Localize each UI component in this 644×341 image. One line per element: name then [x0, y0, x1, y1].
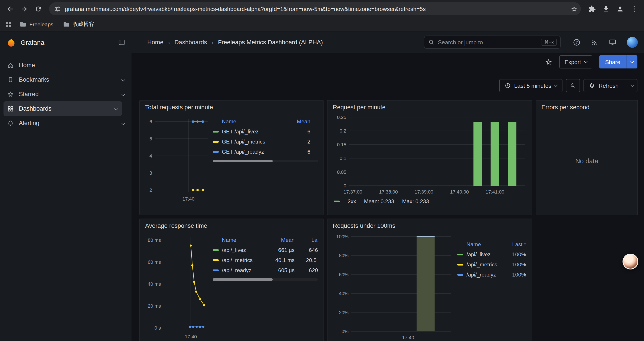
sidebar-item-bookmarks[interactable]: Bookmarks: [0, 72, 132, 87]
apps-icon: [7, 105, 14, 112]
zoom-out-button[interactable]: [566, 79, 580, 92]
legend-row[interactable]: /api/_livez661 µs646 µs: [212, 245, 318, 255]
breadcrumb-item[interactable]: Dashboards: [174, 39, 207, 46]
panel-average-response-time: Average response time 80 ms60 ms40 ms20 …: [140, 219, 324, 341]
legend-header[interactable]: Last *: [294, 237, 318, 243]
assistant-avatar-overlay[interactable]: [622, 254, 638, 269]
home-icon: [7, 62, 14, 69]
forward-icon[interactable]: [18, 2, 31, 15]
refresh-interval-button[interactable]: [627, 80, 637, 92]
svg-text:?: ?: [576, 40, 578, 44]
extensions-icon[interactable]: [585, 2, 598, 15]
chevron-down-icon[interactable]: [122, 120, 124, 126]
svg-text:0.05: 0.05: [337, 169, 346, 175]
downloads-icon[interactable]: [599, 2, 612, 15]
breadcrumb-item[interactable]: Freeleaps Metrics Dashboard (ALPHA): [218, 39, 323, 46]
dock-sidebar-icon[interactable]: [118, 38, 126, 46]
site-settings-icon[interactable]: [54, 6, 61, 12]
svg-text:17:37:00: 17:37:00: [344, 189, 362, 195]
search-box[interactable]: ⌘+k: [424, 36, 561, 49]
panel-grid: Total requests per minute 6543217:40 Nam…: [140, 100, 638, 341]
total-requests-chart[interactable]: 6543217:40: [144, 114, 210, 209]
user-avatar[interactable]: [627, 37, 638, 48]
svg-text:0.1: 0.1: [340, 156, 346, 161]
legend-header[interactable]: Last *: [506, 241, 526, 247]
legend-row[interactable]: GET /api/_readyz6: [212, 147, 318, 157]
panel-title[interactable]: Errors per second: [536, 101, 638, 114]
legend-row[interactable]: /api/_metrics40.1 ms20.5 ms: [212, 255, 318, 265]
dashboard-actions: Export Share: [140, 53, 638, 71]
legend-header[interactable]: Name: [222, 118, 288, 124]
panel-title[interactable]: Average response time: [140, 219, 323, 232]
share-label[interactable]: Share: [600, 55, 626, 69]
rss-icon[interactable]: [591, 38, 598, 46]
requests-under-100ms-chart[interactable]: 100%80%60%40%20%0%17:40: [332, 232, 454, 341]
legend-header[interactable]: Mean: [269, 237, 294, 243]
bookmark-item[interactable]: Freeleaps: [16, 19, 57, 30]
url-text: grafana.mathmast.com/d/deytv4rwavabkb/fr…: [65, 6, 567, 12]
export-button[interactable]: Export: [559, 55, 592, 69]
series-label[interactable]: 2xx: [348, 198, 356, 204]
legend-row[interactable]: /api/_metrics100%: [457, 259, 528, 269]
chevron-down-icon[interactable]: [115, 105, 118, 112]
sidebar-item-home[interactable]: Home: [0, 58, 132, 72]
svg-text:17:40:00: 17:40:00: [450, 189, 469, 195]
legend-row[interactable]: GET /api/_metrics2: [212, 137, 318, 147]
svg-text:40%: 40%: [339, 291, 348, 296]
request-per-minute-chart[interactable]: 0.250.20.150.10.05017:37:0017:38:0017:39…: [332, 114, 528, 197]
legend-row[interactable]: /api/_readyz100%: [457, 269, 528, 279]
svg-text:0.25: 0.25: [337, 115, 346, 120]
refresh-button[interactable]: Refresh: [584, 79, 638, 92]
bookmark-star-icon[interactable]: [571, 6, 577, 12]
sidebar-item-starred[interactable]: Starred: [0, 87, 132, 101]
panel-title[interactable]: Requests under 100ms: [328, 219, 532, 232]
series-swatch: [212, 151, 219, 153]
monitor-icon[interactable]: [609, 38, 616, 46]
scrollbar-thumb[interactable]: [212, 278, 273, 281]
search-input[interactable]: [438, 39, 538, 46]
panel-title[interactable]: Request per minute: [328, 101, 532, 114]
legend-row[interactable]: /api/_readyz605 µs620 µs: [212, 265, 318, 275]
sidebar-item-alerting[interactable]: Alerting: [0, 116, 132, 130]
reload-icon[interactable]: [32, 2, 45, 15]
app-body: HomeBookmarksStarredDashboardsAlerting E…: [0, 53, 644, 341]
time-range-label: Last 5 minutes: [514, 82, 551, 89]
chevron-down-icon[interactable]: [122, 76, 124, 83]
sidebar-item-dashboards[interactable]: Dashboards: [4, 101, 122, 116]
legend-header[interactable]: Name: [466, 241, 506, 247]
share-button[interactable]: Share: [600, 55, 638, 69]
chevron-down-icon[interactable]: [122, 91, 124, 97]
apps-grid-icon[interactable]: [5, 21, 12, 28]
refresh-label: Refresh: [599, 82, 618, 89]
help-icon[interactable]: ?: [573, 38, 580, 46]
share-menu-button[interactable]: [626, 55, 638, 69]
time-range-picker[interactable]: Last 5 minutes: [499, 79, 563, 92]
svg-text:0%: 0%: [342, 329, 348, 334]
svg-text:20 ms: 20 ms: [148, 303, 161, 309]
legend-scrollbar[interactable]: [212, 160, 318, 162]
bookmark-item[interactable]: 收藏博客: [60, 19, 98, 30]
bookmarks-bar: Freeleaps收藏博客: [0, 18, 644, 32]
refresh-main[interactable]: Refresh: [584, 80, 624, 92]
legend-row[interactable]: /api/_livez100%: [457, 249, 528, 259]
back-icon[interactable]: [4, 2, 17, 15]
breadcrumb: Home›Dashboards›Freeleaps Metrics Dashbo…: [147, 38, 323, 46]
series-swatch: [212, 259, 219, 261]
browser-menu-icon[interactable]: [627, 2, 640, 15]
grafana-logo[interactable]: [6, 37, 16, 47]
svg-text:100%: 100%: [336, 234, 348, 239]
legend-header[interactable]: Name: [222, 237, 269, 243]
no-data-message: No data: [536, 114, 638, 208]
profile-icon[interactable]: [613, 2, 626, 15]
scrollbar-thumb[interactable]: [212, 160, 273, 162]
url-bar[interactable]: grafana.mathmast.com/d/deytv4rwavabkb/fr…: [49, 2, 581, 15]
legend-row[interactable]: GET /api/_livez6: [212, 126, 318, 137]
legend[interactable]: 2xx Mean: 0.233 Max: 0.233: [332, 197, 528, 204]
legend-scrollbar[interactable]: [212, 278, 318, 281]
legend-header[interactable]: Mean: [288, 118, 310, 124]
breadcrumb-item[interactable]: Home: [147, 39, 164, 46]
favorite-star-icon[interactable]: [545, 58, 552, 66]
legend-max: Max: 0.233: [402, 198, 429, 204]
average-response-chart[interactable]: 80 ms60 ms40 ms20 ms0 s17:40: [144, 232, 210, 341]
panel-title[interactable]: Total requests per minute: [140, 101, 323, 114]
